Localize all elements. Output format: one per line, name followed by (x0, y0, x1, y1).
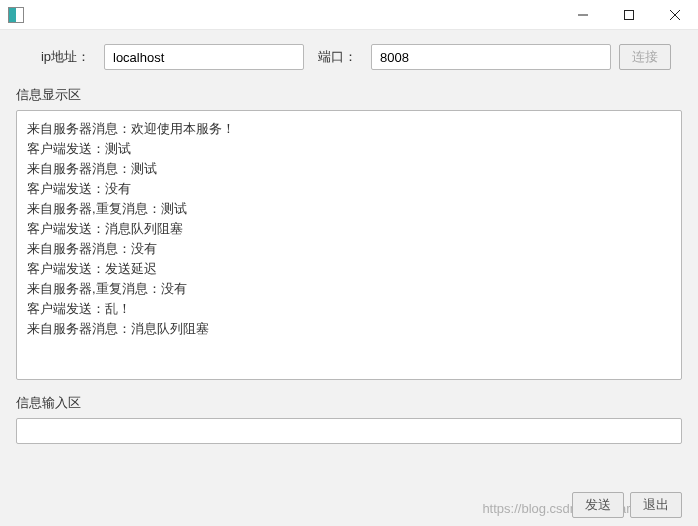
display-section-label: 信息显示区 (16, 86, 682, 104)
minimize-button[interactable] (560, 0, 606, 30)
exit-button[interactable]: 退出 (630, 492, 682, 518)
app-icon (8, 7, 24, 23)
connection-row: ip地址： 端口： 连接 (16, 44, 682, 70)
message-input[interactable] (16, 418, 682, 444)
titlebar (0, 0, 698, 30)
close-button[interactable] (652, 0, 698, 30)
action-row: 发送 退出 (572, 492, 682, 518)
port-label: 端口： (312, 48, 363, 66)
connect-button[interactable]: 连接 (619, 44, 671, 70)
ip-label: ip地址： (16, 48, 96, 66)
content-pane: ip地址： 端口： 连接 信息显示区 来自服务器消息：欢迎使用本服务！ 客户端发… (0, 30, 698, 526)
maximize-button[interactable] (606, 0, 652, 30)
send-button[interactable]: 发送 (572, 492, 624, 518)
message-display-area[interactable]: 来自服务器消息：欢迎使用本服务！ 客户端发送：测试 来自服务器消息：测试 客户端… (16, 110, 682, 380)
svg-rect-1 (625, 10, 634, 19)
port-input[interactable] (371, 44, 611, 70)
input-section-label: 信息输入区 (16, 394, 682, 412)
ip-input[interactable] (104, 44, 304, 70)
